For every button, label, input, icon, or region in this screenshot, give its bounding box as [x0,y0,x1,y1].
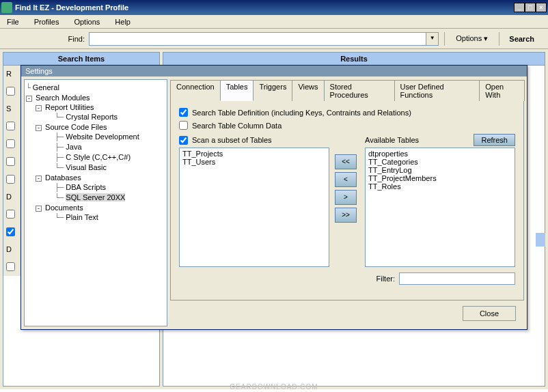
toolbar-separator [499,32,499,46]
filter-input[interactable] [399,272,515,285]
tab-udf[interactable]: User Defined Functions [394,80,480,101]
settings-tabs: Connection Tables Triggers Views Stored … [170,79,524,101]
window-title: Find It EZ - Development Profile [15,3,514,12]
tab-views[interactable]: Views [292,80,324,101]
side-checkbox[interactable] [6,262,15,271]
side-checkbox[interactable] [6,175,15,184]
side-checkbox[interactable] [6,87,15,96]
close-window-button[interactable]: × [536,3,547,12]
tree-general[interactable]: └ General [26,83,165,93]
tab-open-with[interactable]: Open With [479,80,525,101]
menu-profiles[interactable]: Profiles [31,16,62,27]
list-item[interactable]: TT_Projects [181,150,327,158]
list-item[interactable]: TT_Roles [367,182,513,191]
label-scan-subset: Scan a subset of Tables [192,136,272,144]
available-tables-list[interactable]: dtproperties TT_Categories TT_EntryLog T… [365,148,515,267]
tables-tab-content: Search Table Definition (including Keys,… [170,101,524,300]
tree-source-code-files[interactable]: - Source Code Files [26,122,165,132]
results-header: Results [163,53,545,66]
tree-plain-text[interactable]: └─ Plain Text [26,212,165,223]
move-all-left-button[interactable]: << [335,154,357,169]
selected-tables-list[interactable]: TT_Projects TT_Users [179,148,329,267]
app-icon [1,2,12,13]
menu-help[interactable]: Help [112,16,133,27]
tab-tables[interactable]: Tables [220,80,254,101]
tree-crystal-reports[interactable]: └─ Crystal Reports [26,112,165,122]
side-checkbox[interactable] [6,157,15,166]
available-tables-label: Available Tables [365,136,419,144]
find-input[interactable] [89,32,426,46]
tab-triggers[interactable]: Triggers [253,80,292,101]
find-dropdown-button[interactable]: ▼ [426,32,439,46]
move-right-button[interactable]: > [335,190,357,205]
tab-stored-procedures[interactable]: Stored Procedures [324,80,395,101]
close-button[interactable]: Close [463,306,516,321]
tree-report-utilities[interactable]: - Report Utilities [26,102,165,112]
minimize-button[interactable]: _ [514,3,525,12]
search-button[interactable]: Search [502,33,541,44]
tree-dba-scripts[interactable]: ├─ DBA Scripts [26,182,165,193]
move-left-button[interactable]: < [335,172,357,187]
tree-search-modules[interactable]: - Search Modules [26,93,165,102]
check-scan-subset[interactable] [179,136,188,145]
move-all-right-button[interactable]: >> [335,208,357,223]
side-checkbox[interactable] [6,139,15,148]
results-scroll-marker [536,233,545,247]
tree-visual-basic[interactable]: └─ Visual Basic [26,163,165,173]
tree-website-dev[interactable]: ├─ Website Development [26,132,165,142]
side-checkbox[interactable] [6,122,15,130]
list-item[interactable]: TT_EntryLog [367,166,513,174]
menubar: File Profiles Options Help [0,15,548,29]
list-item[interactable]: dtproperties [367,150,513,158]
settings-tree[interactable]: └ General - Search Modules - Report Util… [24,79,167,326]
list-item[interactable]: TT_Users [181,158,327,166]
watermark: GEARDOWNLOAD.COM [0,383,548,391]
check-search-col-data[interactable] [179,121,188,130]
toolbar-separator [444,32,445,46]
list-item[interactable]: TT_Categories [367,158,513,166]
titlebar: Find It EZ - Development Profile _ □ × [0,0,548,15]
label-search-col-data: Search Table Column Data [192,122,282,130]
check-search-table-def[interactable] [179,108,188,117]
filter-label: Filter: [376,275,396,283]
tree-databases[interactable]: - Databases [26,173,165,182]
menu-file[interactable]: File [4,16,22,27]
options-dropdown[interactable]: Options ▾ [450,33,493,44]
search-items-header: Search Items [3,53,159,66]
tab-connection[interactable]: Connection [170,80,221,101]
maximize-button[interactable]: □ [525,3,536,12]
tree-documents[interactable]: - Documents [26,203,165,212]
find-toolbar: Find: ▼ Options ▾ Search [0,29,548,49]
tree-java[interactable]: ├─ Java [26,142,165,152]
find-label: Find: [7,35,89,43]
side-checkbox[interactable] [6,227,15,236]
menu-options[interactable]: Options [71,16,102,27]
settings-content: Connection Tables Triggers Views Stored … [170,79,524,326]
tree-cstyle[interactable]: ├─ C Style (C,C++,C#) [26,152,165,163]
settings-title: Settings [21,66,527,76]
refresh-button[interactable]: Refresh [474,134,515,146]
side-checkbox[interactable] [6,210,15,219]
list-item[interactable]: TT_ProjectMembers [367,174,513,182]
settings-dialog: Settings └ General - Search Modules - Re… [20,65,528,330]
label-search-table-def: Search Table Definition (including Keys,… [192,109,411,117]
tree-sql-server[interactable]: └─ SQL Server 20XX [26,193,165,203]
